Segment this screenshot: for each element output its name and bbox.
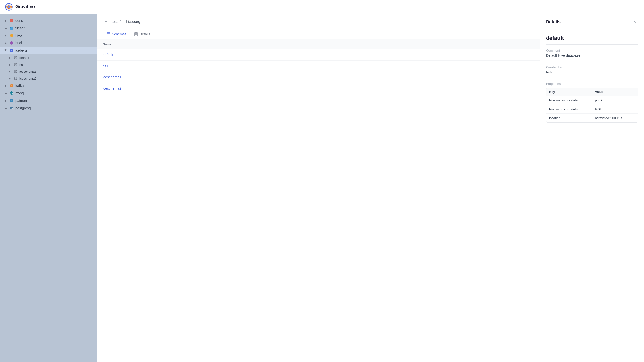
db-icon (14, 55, 18, 60)
table-row[interactable]: hs1 (97, 61, 540, 72)
tabs-bar: Schemas Details (97, 29, 540, 40)
chevron-right-icon: ▶ (8, 70, 12, 74)
chevron-right-icon: ▶ (4, 34, 8, 38)
chevron-right-icon: ▶ (4, 41, 8, 45)
svg-point-1 (8, 6, 10, 9)
chevron-down-icon: ▶ (4, 49, 8, 52)
sidebar-item-mysql[interactable]: ▶ SQL mysql (0, 89, 97, 97)
sidebar-child-iceschema1-label: iceschema1 (19, 70, 36, 74)
prop-value-2: hdfs://hive:9000/us... (592, 114, 638, 122)
sidebar-item-hive[interactable]: ▶ H hive (0, 32, 97, 39)
svg-point-14 (14, 56, 17, 57)
tab-schemas-label: Schemas (112, 32, 126, 36)
comment-label: Comment (546, 49, 638, 52)
details-panel-header: Details × (540, 14, 644, 30)
sidebar-child-hs1[interactable]: ▶ hs1 (6, 61, 97, 68)
sidebar-item-postgresql[interactable]: ▶ PG postgresql (0, 104, 97, 112)
sidebar-item-iceberg[interactable]: ▶ I iceberg (0, 47, 97, 54)
properties-table: Key Value hive.metastore.datab... public… (546, 88, 638, 123)
prop-value-0: public (592, 96, 638, 105)
prop-row-0: hive.metastore.datab... public (546, 96, 638, 105)
sidebar-item-doris[interactable]: ▶ D doris (0, 17, 97, 24)
properties-label: Properties (546, 82, 638, 86)
chevron-right-icon: ▶ (4, 19, 8, 23)
app-title: Gravitino (16, 4, 35, 10)
sidebar-item-iceberg-label: iceberg (16, 49, 27, 52)
prop-key-0: hive.metastore.datab... (546, 96, 592, 105)
breadcrumb: ← test / iceberg (97, 14, 540, 29)
sidebar-item-hudi-label: hudi (16, 41, 22, 45)
details-schema-name: default (546, 30, 638, 45)
sidebar-child-iceschema1[interactable]: ▶ iceschema1 (6, 68, 97, 75)
doris-icon: D (10, 18, 14, 23)
breadcrumb-separator: / (120, 19, 120, 24)
table-header: Name (97, 40, 540, 49)
sidebar-item-kafka-label: kafka (16, 84, 24, 88)
sidebar-item-hudi[interactable]: ▶ H hudi (0, 39, 97, 47)
hudi-icon: H (10, 41, 14, 45)
iceberg-children: ▶ default ▶ hs1 ▶ iceschema1 (0, 54, 97, 82)
app-header: Gravitino (0, 0, 644, 14)
chevron-right-icon: ▶ (8, 77, 12, 81)
close-details-button[interactable]: × (631, 18, 638, 25)
sidebar-item-fileset-label: fileset (16, 26, 24, 30)
prop-row-2: location hdfs://hive:9000/us... (546, 114, 638, 122)
content-area: ← test / iceberg Schemas Details Name (97, 14, 540, 362)
table-row[interactable]: iceschema1 (97, 72, 540, 83)
sidebar-item-doris-label: doris (16, 19, 23, 23)
breadcrumb-current: iceberg (122, 19, 140, 24)
tab-details[interactable]: Details (130, 29, 154, 40)
sidebar-item-fileset[interactable]: ▶ fileset (0, 24, 97, 32)
created-by-value: N/A (546, 70, 638, 74)
tab-schemas[interactable]: Schemas (103, 29, 130, 40)
prop-header-row: Key Value (546, 88, 638, 96)
kafka-icon: K (10, 83, 14, 88)
value-column-header: Value (592, 88, 638, 96)
paimon-icon: P (10, 98, 14, 103)
back-button[interactable]: ← (103, 18, 110, 25)
svg-text:H: H (11, 42, 12, 44)
breadcrumb-parent: test (112, 19, 118, 24)
comment-value: Default Hive database (546, 53, 638, 57)
created-by-label: Created by (546, 65, 638, 69)
fileset-icon (10, 26, 14, 30)
sidebar-child-default[interactable]: ▶ default (6, 54, 97, 61)
gravitino-logo-icon (5, 3, 13, 11)
schemas-table: Name default hs1 iceschema1 iceschema2 (97, 40, 540, 362)
chevron-right-icon: ▶ (4, 99, 8, 103)
sidebar-item-kafka[interactable]: ▶ K kafka (0, 82, 97, 89)
svg-point-15 (14, 63, 17, 64)
sidebar-item-mysql-label: mysql (16, 91, 24, 95)
details-created-by-section: Created by N/A (546, 61, 638, 78)
svg-point-16 (14, 70, 17, 71)
db-icon (14, 69, 18, 74)
schema-name-iceschema1: iceschema1 (103, 75, 121, 79)
logo-area: Gravitino (5, 3, 35, 11)
breadcrumb-current-text: iceberg (128, 19, 140, 24)
svg-rect-28 (107, 33, 110, 36)
hive-icon: H (10, 33, 14, 38)
prop-value-1: ROLE (592, 105, 638, 114)
svg-text:I: I (12, 50, 12, 51)
chevron-right-icon: ▶ (4, 106, 8, 110)
table-row[interactable]: iceschema2 (97, 83, 540, 94)
sidebar-item-paimon-label: paimon (16, 99, 27, 103)
postgresql-icon: PG (10, 106, 14, 110)
table-icon (122, 19, 126, 23)
sidebar-item-paimon[interactable]: ▶ P paimon (0, 97, 97, 104)
details-properties-section: Properties Key Value hive.metastore.data… (546, 82, 638, 123)
db-icon (14, 62, 18, 67)
schema-name-hs1: hs1 (103, 64, 108, 68)
db-icon (14, 76, 18, 81)
sidebar-child-iceschema2[interactable]: ▶ iceschema2 (6, 75, 97, 82)
svg-text:PG: PG (11, 108, 13, 109)
svg-text:H: H (11, 35, 12, 37)
chevron-right-icon: ▶ (8, 56, 12, 60)
chevron-right-icon: ▶ (4, 84, 8, 88)
table-row[interactable]: default (97, 49, 540, 61)
details-panel-title: Details (546, 19, 561, 25)
key-column-header: Key (546, 88, 592, 96)
schemas-tab-icon (107, 32, 110, 36)
details-panel: Details × default Comment Default Hive d… (540, 14, 644, 362)
svg-rect-25 (123, 20, 126, 23)
